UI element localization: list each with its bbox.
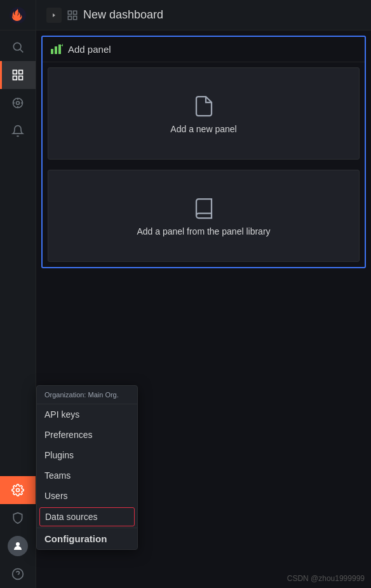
svg-rect-20 bbox=[74, 16, 77, 19]
sidebar-item-configuration[interactable] bbox=[0, 476, 36, 504]
svg-rect-4 bbox=[19, 71, 23, 74]
context-menu: Organization: Main Org. API keys Prefere… bbox=[36, 385, 138, 550]
add-library-panel-text: Add a panel from the panel library bbox=[137, 226, 270, 236]
topbar: New dashboard bbox=[36, 0, 371, 31]
sidebar-item-help[interactable] bbox=[0, 560, 36, 588]
sidebar-bottom bbox=[0, 476, 36, 588]
add-panel-header: + Add panel bbox=[43, 37, 365, 62]
sidebar-toggle-button[interactable] bbox=[46, 8, 62, 23]
context-menu-org: Organization: Main Org. bbox=[37, 386, 137, 404]
sidebar-item-explore[interactable] bbox=[0, 89, 36, 117]
add-panel-header-text: Add panel bbox=[68, 44, 111, 55]
panel-cards-container: Add a new panel Add a panel from the pan… bbox=[43, 62, 365, 267]
add-new-panel-card[interactable]: Add a new panel bbox=[48, 67, 360, 160]
dashboard-icon bbox=[67, 10, 78, 21]
svg-text:+: + bbox=[61, 44, 63, 48]
svg-rect-17 bbox=[68, 11, 71, 14]
sidebar bbox=[0, 0, 36, 588]
svg-rect-6 bbox=[19, 76, 23, 80]
svg-rect-22 bbox=[55, 46, 57, 54]
add-new-panel-text: Add a new panel bbox=[170, 124, 236, 134]
sidebar-item-shield[interactable] bbox=[0, 504, 36, 532]
svg-rect-18 bbox=[74, 11, 77, 14]
sidebar-item-search[interactable] bbox=[0, 33, 36, 61]
add-panel-section: + Add panel Add a new panel bbox=[41, 36, 366, 268]
context-menu-data-sources[interactable]: Data sources bbox=[39, 507, 135, 526]
svg-rect-19 bbox=[68, 16, 71, 19]
context-menu-footer: Configuration bbox=[37, 528, 137, 549]
svg-rect-5 bbox=[13, 76, 17, 80]
page-title: New dashboard bbox=[83, 8, 163, 22]
sidebar-logo[interactable] bbox=[0, 0, 36, 31]
context-menu-plugins[interactable]: Plugins bbox=[37, 445, 137, 465]
context-menu-api-keys[interactable]: API keys bbox=[37, 404, 137, 425]
sidebar-item-avatar[interactable] bbox=[0, 532, 36, 560]
add-library-panel-card[interactable]: Add a panel from the panel library bbox=[48, 170, 360, 262]
sidebar-item-alerting[interactable] bbox=[0, 117, 36, 145]
watermark: CSDN @zhou1999999 bbox=[287, 574, 365, 583]
svg-point-1 bbox=[13, 43, 21, 50]
context-menu-preferences[interactable]: Preferences bbox=[37, 425, 137, 445]
svg-point-14 bbox=[16, 542, 20, 546]
add-panel-icon: + bbox=[50, 44, 63, 55]
book-icon bbox=[192, 195, 215, 220]
svg-point-8 bbox=[17, 102, 20, 105]
avatar bbox=[8, 536, 28, 556]
sidebar-item-dashboards[interactable] bbox=[0, 61, 36, 89]
context-menu-users[interactable]: Users bbox=[37, 486, 137, 506]
context-menu-teams[interactable]: Teams bbox=[37, 465, 137, 486]
svg-point-13 bbox=[17, 489, 20, 492]
svg-rect-21 bbox=[51, 49, 53, 54]
file-icon bbox=[192, 93, 215, 118]
svg-line-2 bbox=[20, 50, 24, 53]
svg-rect-3 bbox=[13, 71, 17, 74]
